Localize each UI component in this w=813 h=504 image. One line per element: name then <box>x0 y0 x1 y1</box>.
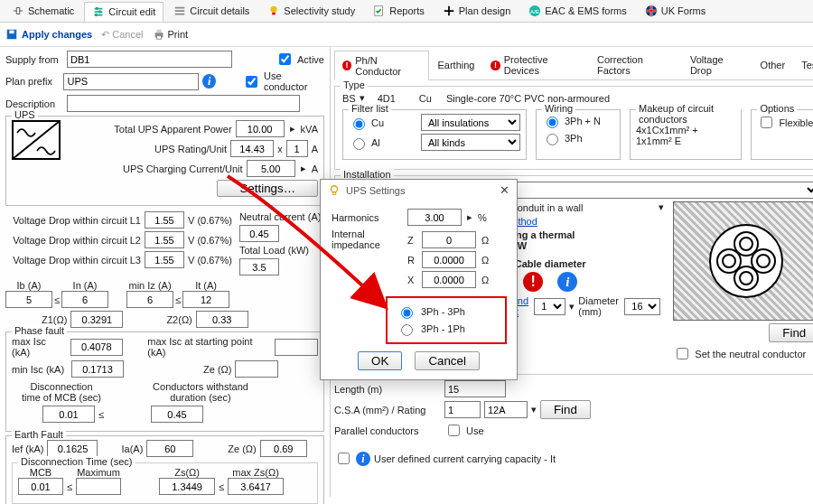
apply-button[interactable]: Apply changes <box>5 28 92 41</box>
al-radio[interactable] <box>353 138 365 150</box>
pf-title: Phase fault <box>12 325 67 336</box>
harm-in[interactable] <box>407 209 462 226</box>
vdl1-in[interactable] <box>145 211 184 229</box>
par-check[interactable] <box>448 425 460 436</box>
find-csa-btn[interactable]: Find <box>540 400 591 419</box>
vdl3-p: V (0.67%) <box>188 255 232 266</box>
tab-phn[interactable]: !Ph/N Conductor <box>334 51 430 80</box>
info-icon[interactable]: i <box>557 272 577 292</box>
uru-n[interactable] <box>286 140 308 157</box>
tab-selectivity[interactable]: Selectivity study <box>259 1 363 21</box>
desc-input[interactable] <box>67 95 300 112</box>
tl-in[interactable] <box>239 258 279 275</box>
print-button[interactable]: Print <box>153 28 189 41</box>
svg-rect-4 <box>273 13 276 15</box>
uk-flag-icon <box>645 5 658 17</box>
udc-lbl: User defined current carrying capacity -… <box>374 453 556 464</box>
in-lbl: In (A) <box>61 280 108 291</box>
z2-in <box>196 311 248 328</box>
nc-in[interactable] <box>239 225 279 242</box>
kinds-select[interactable]: All kinds <box>421 134 520 151</box>
ib-in[interactable] <box>5 291 52 308</box>
info-icon[interactable]: i <box>356 452 370 466</box>
setneutral-check[interactable] <box>677 348 688 359</box>
z-in[interactable] <box>422 231 476 248</box>
diam-sel[interactable]: 16 <box>624 298 660 315</box>
tab-plan[interactable]: Plan design <box>435 1 519 21</box>
opt-box: Options Flexible <box>751 109 813 160</box>
ins-select[interactable]: All insulations <box>421 114 520 131</box>
spinner-icon[interactable]: ▸ <box>299 163 308 174</box>
tab-eac[interactable]: A/EEAC & EMS forms <box>520 1 634 21</box>
nc-label: Neutral current (A) <box>239 211 321 222</box>
right-tabs: !Ph/N Conductor Earthing !Protective Dev… <box>334 51 813 80</box>
dtm-in <box>42 406 95 423</box>
find-btn[interactable]: Find <box>769 323 813 342</box>
cancel-button[interactable]: Cancel <box>415 351 480 370</box>
bend-sel[interactable]: 1 <box>534 298 565 315</box>
chevron-down-icon[interactable]: ▾ <box>659 201 664 213</box>
ucc-input[interactable] <box>247 160 295 177</box>
chevron-down-icon[interactable]: ▾ <box>531 404 537 415</box>
usec-check[interactable] <box>246 76 257 88</box>
ohm: Ω <box>481 235 489 246</box>
flex-check[interactable] <box>761 117 772 128</box>
dtm-lbl: Disconnection time of MCB (sec) <box>12 381 111 403</box>
bulb-icon <box>328 184 341 197</box>
tab-prot[interactable]: !Protective Devices <box>482 51 589 79</box>
type-cu: Cu <box>419 93 432 104</box>
plan-input[interactable] <box>63 73 199 90</box>
tab-circuit-details[interactable]: Circuit details <box>165 1 257 21</box>
tab-schematic[interactable]: Schematic <box>4 1 82 21</box>
vdl3-in[interactable] <box>145 251 184 268</box>
settings-button[interactable]: Settings… <box>217 180 318 197</box>
uru-input[interactable] <box>230 140 274 157</box>
w1-radio[interactable] <box>547 117 558 128</box>
w2-radio[interactable] <box>547 134 558 145</box>
harm-lbl: Harmonics <box>332 212 402 223</box>
len-in[interactable] <box>444 380 506 397</box>
vdl2-in[interactable] <box>145 231 184 248</box>
svg-point-0 <box>96 6 99 10</box>
cu-radio[interactable] <box>353 118 365 130</box>
leq3: ≤ <box>98 409 117 420</box>
tab-cf[interactable]: Correction Factors <box>589 51 682 79</box>
ucc-label: UPS Charging Current/Unit <box>123 163 243 174</box>
o1-radio[interactable] <box>401 307 413 319</box>
udc-check[interactable] <box>338 453 350 464</box>
spinner-icon[interactable]: ▸ <box>467 211 472 223</box>
spinner-icon[interactable]: ▸ <box>288 123 297 135</box>
z-lbl: Z <box>407 235 416 246</box>
par-lbl: Parallel conductors <box>334 425 441 436</box>
info-icon[interactable]: i <box>202 74 216 89</box>
active-check[interactable] <box>279 53 291 65</box>
chevron-down-icon[interactable]: ▾ <box>569 301 575 313</box>
sliders-icon <box>92 5 105 18</box>
supply-input[interactable] <box>67 51 232 68</box>
tab-test[interactable]: Test <box>793 51 813 79</box>
close-icon[interactable]: ✕ <box>500 183 509 197</box>
svg-rect-13 <box>156 36 161 40</box>
ok-button[interactable]: OK <box>358 351 402 370</box>
type-title: Type <box>341 79 368 90</box>
warn-icon[interactable]: ! <box>523 272 543 292</box>
dt-title: Disconnection Time (sec) <box>18 456 136 467</box>
printer-icon <box>153 28 165 41</box>
r-in[interactable] <box>422 251 476 268</box>
x-in[interactable] <box>422 271 476 288</box>
tab-uk[interactable]: UK Forms <box>637 1 715 21</box>
tab-earth[interactable]: Earthing <box>429 51 482 79</box>
svg-point-3 <box>271 6 277 13</box>
o2-radio[interactable] <box>401 324 413 336</box>
tab-vd[interactable]: Voltage Drop <box>682 51 752 79</box>
cancel-button[interactable]: ↶Cancel <box>101 29 143 41</box>
tab-other[interactable]: Other <box>752 51 794 79</box>
tab-circuit-edit[interactable]: Circuit edit <box>84 2 164 22</box>
vdl3-lbl: Voltage Drop within circuit L3 <box>5 255 141 266</box>
thermal-lbl: having a thermal K.m/W <box>496 229 664 251</box>
tuap-input[interactable] <box>236 120 285 137</box>
csa-in[interactable] <box>444 401 481 418</box>
cable-image <box>673 201 813 321</box>
tab-reports[interactable]: Reports <box>365 1 433 21</box>
plan-label: Plan prefix <box>5 76 60 87</box>
